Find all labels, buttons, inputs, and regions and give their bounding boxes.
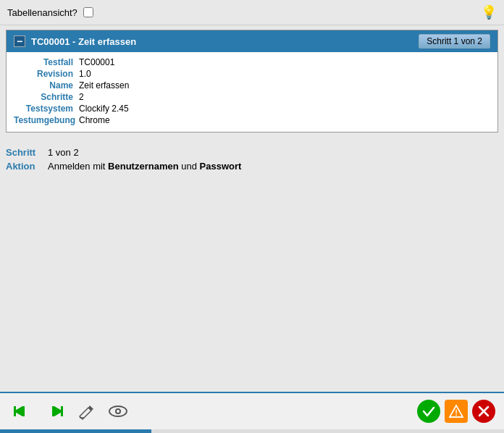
bottom-toolbar: ! bbox=[0, 392, 504, 429]
edit-button[interactable] bbox=[72, 398, 100, 425]
schritte-value: 2 bbox=[79, 92, 84, 102]
testcase-title: TC00001 - Zeit erfassen bbox=[31, 36, 136, 47]
aktion-bold-passwort: Passwort bbox=[200, 161, 242, 172]
table-row: Revision 1.0 bbox=[14, 68, 490, 80]
progress-bar bbox=[0, 429, 151, 433]
aktion-row: Aktion Anmelden mit Benutzernamen und Pa… bbox=[6, 159, 498, 173]
info-table: Testfall TC00001 Revision 1.0 Name Zeit … bbox=[7, 52, 497, 132]
prev-last-button[interactable] bbox=[41, 398, 68, 425]
warn-button[interactable]: ! bbox=[445, 400, 468, 423]
view-button[interactable] bbox=[104, 398, 132, 425]
aktion-bold-benutzernamen: Benutzernamen bbox=[108, 161, 179, 172]
main-content: − TC00001 - Zeit erfassen Schritt 1 von … bbox=[0, 25, 504, 392]
svg-point-9 bbox=[117, 410, 119, 413]
svg-rect-2 bbox=[14, 406, 16, 416]
name-value: Zeit erfassen bbox=[79, 80, 129, 91]
aktion-text-between: und bbox=[179, 161, 200, 172]
testfall-label: Testfall bbox=[14, 57, 79, 67]
testsystem-label: Testsystem bbox=[14, 104, 79, 114]
prev-first-button[interactable] bbox=[9, 398, 36, 425]
aktion-label: Aktion bbox=[6, 161, 42, 172]
testumgebung-label: Testumgebung bbox=[14, 115, 79, 125]
revision-value: 1.0 bbox=[79, 69, 91, 79]
table-row: Schritte 2 bbox=[14, 91, 490, 103]
collapse-icon[interactable]: − bbox=[14, 35, 25, 47]
lightbulb-icon[interactable]: 💡 bbox=[481, 4, 497, 20]
ok-button[interactable] bbox=[417, 400, 440, 423]
table-row: Testumgebung Chrome bbox=[14, 114, 490, 126]
testcase-panel: − TC00001 - Zeit erfassen Schritt 1 von … bbox=[6, 30, 498, 133]
revision-label: Revision bbox=[14, 69, 79, 79]
tabellenansicht-checkbox[interactable] bbox=[83, 7, 93, 17]
schritt-value: 1 von 2 bbox=[48, 147, 79, 158]
table-row: Testfall TC00001 bbox=[14, 56, 490, 68]
aktion-text: Anmelden mit Benutzernamen und Passwort bbox=[48, 161, 241, 172]
progress-bar-container bbox=[0, 429, 504, 433]
schritte-label: Schritte bbox=[14, 92, 79, 102]
testcase-title-area: − TC00001 - Zeit erfassen bbox=[14, 35, 136, 47]
testumgebung-value: Chrome bbox=[79, 115, 110, 125]
close-button[interactable] bbox=[472, 400, 495, 423]
steps-section: Schritt 1 von 2 Aktion Anmelden mit Benu… bbox=[6, 143, 498, 176]
svg-rect-4 bbox=[52, 406, 54, 416]
schritt-row: Schritt 1 von 2 bbox=[6, 146, 498, 159]
svg-rect-1 bbox=[22, 406, 25, 416]
svg-rect-5 bbox=[61, 406, 63, 416]
top-bar: Tabellenansicht? 💡 bbox=[0, 0, 504, 25]
testcase-header: − TC00001 - Zeit erfassen Schritt 1 von … bbox=[7, 30, 497, 52]
tabellenansicht-label: Tabellenansicht? bbox=[7, 7, 77, 18]
aktion-text-before: Anmelden mit bbox=[48, 161, 108, 172]
step-badge: Schritt 1 von 2 bbox=[419, 34, 490, 49]
testsystem-value: Clockify 2.45 bbox=[79, 104, 129, 114]
testfall-value: TC00001 bbox=[79, 57, 114, 67]
svg-text:!: ! bbox=[455, 408, 458, 417]
name-label: Name bbox=[14, 80, 79, 91]
schritt-label: Schritt bbox=[6, 147, 42, 158]
table-row: Testsystem Clockify 2.45 bbox=[14, 103, 490, 114]
table-row: Name Zeit erfassen bbox=[14, 80, 490, 91]
